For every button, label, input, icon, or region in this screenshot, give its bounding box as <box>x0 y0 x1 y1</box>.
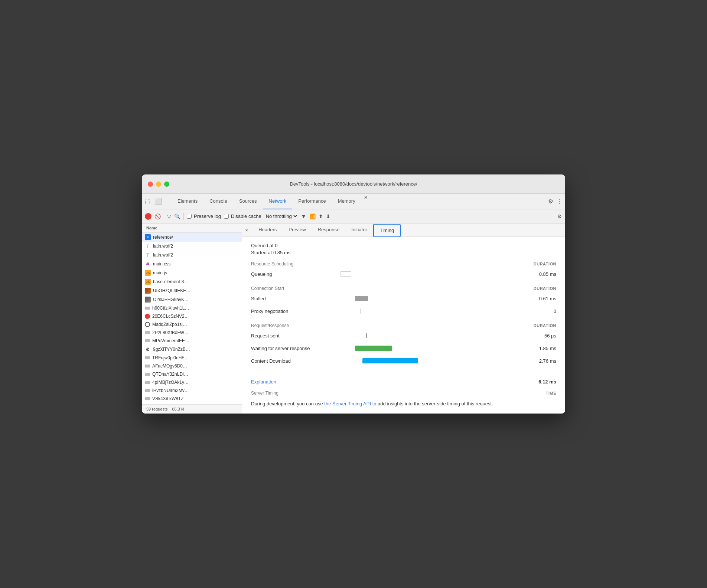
server-timing-api-link[interactable]: the Server Timing API <box>324 401 371 406</box>
request-sent-label: Request sent <box>251 333 333 339</box>
list-item[interactable]: JS base-element-3… <box>142 277 242 286</box>
list-item[interactable]: 20E6CLcSzNV2… <box>142 312 242 320</box>
resource-scheduling-duration-label: DURATION <box>534 262 556 266</box>
record-button[interactable] <box>145 213 152 220</box>
download-bar <box>362 358 418 363</box>
proxy-label: Proxy negotiation <box>251 308 333 314</box>
tab-elements[interactable]: Elements <box>172 194 203 209</box>
minimize-button[interactable] <box>156 182 161 187</box>
maximize-button[interactable] <box>164 182 169 187</box>
img-icon <box>145 288 151 294</box>
close-panel-button[interactable]: × <box>245 227 248 233</box>
list-item[interactable]: VSk4XiLkW8TZ <box>142 395 242 403</box>
server-timing-section: Server Timing TIME During development, y… <box>251 391 556 408</box>
transfer-size: 86.3 kl <box>172 407 184 411</box>
network-toolbar: 🚫 ▽ 🔍 Preserve log Disable cache No thro… <box>142 209 565 223</box>
list-item[interactable]: AFacMOgv6D0… <box>142 362 242 370</box>
list-item[interactable]: MPcVmmemtEE… <box>142 337 242 345</box>
timing-row-waiting: Waiting for server response 1.85 ms <box>251 344 556 353</box>
close-button[interactable] <box>148 182 153 187</box>
explanation-link[interactable]: Explanation <box>251 379 276 385</box>
list-item[interactable]: JS main.js <box>142 268 242 277</box>
list-item[interactable]: TRFujw0pi0nHF… <box>142 354 242 362</box>
css-icon: # <box>145 261 151 267</box>
timing-row-download: Content Download 2.76 ms <box>251 356 556 365</box>
toolbar-divider-1 <box>164 213 164 220</box>
window-controls <box>148 182 169 187</box>
tab-console[interactable]: Console <box>203 194 233 209</box>
more-options-icon[interactable]: ⋮ <box>556 198 562 205</box>
upload-icon[interactable]: ⬆ <box>319 213 323 219</box>
connection-start-header: Connection Start DURATION <box>251 286 556 291</box>
js-icon: JS <box>145 270 151 276</box>
tab-preview[interactable]: Preview <box>283 223 312 237</box>
request-sent-value: 56 μs <box>527 333 556 339</box>
sidebar-footer: 59 requests 86.3 kl <box>142 404 242 414</box>
request-sent-bar <box>366 333 367 338</box>
server-timing-header: Server Timing TIME <box>251 391 556 396</box>
waiting-bar-area <box>333 344 527 353</box>
nav-settings: ⚙ ⋮ <box>548 198 562 205</box>
request-sent-bar-area <box>333 331 527 340</box>
explanation-row: Explanation 6.12 ms <box>251 379 556 385</box>
resource-scheduling-title: Resource Scheduling <box>251 261 293 267</box>
gray-icon <box>145 356 150 359</box>
gray-icon <box>145 397 150 400</box>
throttle-select[interactable]: No throttling <box>264 213 298 219</box>
sidebar-header: Name <box>142 223 242 233</box>
download-value: 2.76 ms <box>527 358 556 364</box>
device-icon[interactable]: ⬜ <box>155 198 162 205</box>
resource-scheduling-header: Resource Scheduling DURATION <box>251 261 556 267</box>
list-item[interactable]: 2P2L80XfBoFW… <box>142 329 242 337</box>
cursor-icon[interactable]: ⬚ <box>145 198 150 205</box>
list-item[interactable]: # main.css <box>142 259 242 268</box>
list-item[interactable]: QTDnaY32hLDi… <box>142 370 242 378</box>
list-item[interactable]: ≡ reference/ <box>142 233 242 242</box>
network-settings-icon[interactable]: ⚙ <box>557 213 562 219</box>
request-response-duration-label: DURATION <box>534 323 556 328</box>
settings-icon[interactable]: ⚙ <box>548 198 553 205</box>
preserve-log-input[interactable] <box>187 214 192 219</box>
tab-initiator[interactable]: Initiator <box>345 223 373 237</box>
list-item[interactable]: T latin.woff2 <box>142 251 242 259</box>
list-item[interactable]: T latin.woff2 <box>142 242 242 251</box>
connection-start-section: Connection Start DURATION Stalled 0. <box>251 286 556 316</box>
sidebar-list: ≡ reference/ T latin.woff2 T latin.woff2 <box>142 233 242 404</box>
gray-icon <box>145 307 150 310</box>
throttle-dropdown-icon[interactable]: ▼ <box>301 213 306 219</box>
list-item[interactable]: h90CtfziXluvh1L… <box>142 304 242 312</box>
timing-metadata: Queued at 0 Started at 0.85 ms <box>251 243 556 255</box>
tab-network[interactable]: Network <box>263 194 293 209</box>
tab-timing[interactable]: Timing <box>373 224 401 237</box>
download-icon[interactable]: ⬇ <box>326 213 330 219</box>
list-item[interactable]: lHvzbNUlrm2Mv… <box>142 386 242 395</box>
list-item[interactable]: MadqZslZpo1sj… <box>142 320 242 329</box>
disable-cache-input[interactable] <box>224 214 229 219</box>
preserve-log-checkbox[interactable]: Preserve log <box>187 213 221 219</box>
wifi-icon[interactable]: 📶 <box>309 213 316 219</box>
tab-headers[interactable]: Headers <box>252 223 283 237</box>
list-item[interactable]: O2slJEHG9avK… <box>142 295 242 304</box>
tab-performance[interactable]: Performance <box>292 194 332 209</box>
waiting-label: Waiting for server response <box>251 346 333 351</box>
timing-row-stalled: Stalled 0.61 ms <box>251 294 556 303</box>
tab-memory[interactable]: Memory <box>332 194 361 209</box>
list-item[interactable]: U5OHzQL4tEKF… <box>142 286 242 295</box>
queueing-label: Queueing <box>251 271 333 277</box>
more-tabs-button[interactable]: » <box>361 194 371 209</box>
window-title: DevTools - localhost:8080/docs/devtools/… <box>290 181 417 187</box>
search-icon[interactable]: 🔍 <box>174 213 180 219</box>
list-item[interactable]: 4pIMBj7zOAk1y… <box>142 378 242 386</box>
list-item[interactable]: ⚙ 9gzXiTYY0nZzB… <box>142 345 242 354</box>
started-at: Started at 0.85 ms <box>251 250 556 255</box>
toolbar-divider-2 <box>183 213 184 220</box>
filter-icon[interactable]: ▽ <box>167 213 171 219</box>
request-response-title: Request/Response <box>251 323 289 328</box>
top-nav: ⬚ ⬜ Elements Console Sources Network Per… <box>142 194 565 209</box>
tab-response[interactable]: Response <box>312 223 346 237</box>
stalled-bar-container <box>333 296 444 301</box>
html-icon: ≡ <box>145 234 151 240</box>
tab-sources[interactable]: Sources <box>233 194 263 209</box>
clear-icon[interactable]: 🚫 <box>154 213 161 219</box>
disable-cache-checkbox[interactable]: Disable cache <box>224 213 261 219</box>
